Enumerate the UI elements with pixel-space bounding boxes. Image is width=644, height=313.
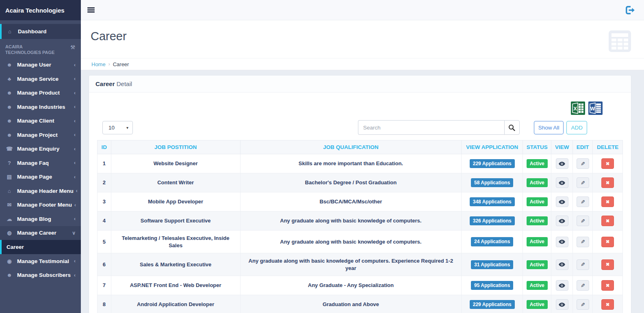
edit-button[interactable]: ✎ [577, 216, 589, 226]
view-button[interactable] [556, 196, 568, 207]
id-cell: 5 [98, 231, 111, 253]
view-button[interactable] [556, 280, 568, 291]
edit-button[interactable]: ✎ [577, 196, 589, 207]
status-badge[interactable]: Active [527, 237, 548, 246]
edit-button[interactable]: ✎ [577, 177, 589, 188]
applications-badge[interactable]: 348 Applications [470, 197, 515, 206]
delete-button[interactable]: ✖ [601, 259, 614, 270]
show-all-button[interactable]: Show All [534, 121, 564, 134]
sidebar-item-manage-product[interactable]: ☻Manage Product‹ [0, 86, 81, 100]
job-qualification-cell: Any graduate along with basic knowledge … [240, 212, 461, 231]
status-badge[interactable]: Active [527, 260, 548, 269]
job-qualification-cell: Graduation and Above [240, 295, 461, 313]
delete-button[interactable]: ✖ [601, 158, 614, 169]
view-button[interactable] [556, 177, 568, 188]
status-badge[interactable]: Active [527, 159, 548, 168]
sidebar-item-manage-industries[interactable]: ☻Manage Industries‹ [0, 100, 81, 114]
view-button[interactable] [556, 237, 568, 247]
eye-icon [559, 240, 565, 244]
column-header-view-application: VIEW APPLICATION [462, 140, 523, 154]
excel-export-icon[interactable]: X [571, 101, 585, 115]
edit-button[interactable]: ✎ [577, 280, 589, 291]
hamburger-menu-icon[interactable] [87, 6, 95, 14]
view-application-cell: 24 Applications [462, 231, 523, 253]
sidebar-item-career[interactable]: Career [0, 240, 81, 254]
applications-badge[interactable]: 31 Applications [471, 260, 513, 269]
edit-button[interactable]: ✎ [577, 259, 589, 270]
home-icon: ⌂ [6, 28, 14, 35]
search-button[interactable] [504, 120, 520, 135]
sidebar-item-manage-subscribers[interactable]: ☻Manage Subscribers‹ [0, 268, 81, 283]
search-input[interactable] [358, 120, 504, 135]
view-button[interactable] [556, 216, 568, 226]
view-button[interactable] [556, 259, 568, 270]
delete-x-icon: ✖ [606, 161, 609, 166]
edit-cell: ✎ [573, 253, 593, 276]
breadcrumb-home-link[interactable]: Home [91, 61, 106, 67]
view-application-cell: 58 Applications [462, 173, 523, 192]
sidebar-item-manage-user[interactable]: ☻Manage User‹ [0, 58, 81, 72]
status-cell: Active [523, 192, 551, 212]
delete-button[interactable]: ✖ [601, 237, 614, 247]
sidebar: Acaira Technologies ⌂ Dashboard ACAIRA T… [0, 0, 81, 313]
job-position-cell: Sales & Marketing Executive [111, 253, 240, 276]
sidebar-item-manage-footer-menu[interactable]: ✉Manage Footer Menu‹ [0, 198, 81, 212]
delete-cell: ✖ [593, 276, 623, 295]
chevron-left-icon: ‹ [74, 216, 76, 222]
caret-down-icon: ▾ [126, 125, 128, 130]
applications-badge[interactable]: 326 Applications [470, 216, 515, 225]
edit-button[interactable]: ✎ [577, 299, 589, 310]
page-size-select[interactable]: 10 ▾ [102, 121, 133, 134]
view-button[interactable] [556, 158, 568, 169]
sidebar-item-label: Manage Header Menu [17, 188, 74, 194]
delete-button[interactable]: ✖ [601, 280, 614, 291]
add-button[interactable]: ADD [566, 121, 587, 134]
sidebar-item-manage-testimonial[interactable]: ◉Manage Testimonial‹ [0, 254, 81, 268]
delete-button[interactable]: ✖ [601, 177, 614, 188]
sidebar-item-manage-client[interactable]: ☻Manage Client‹ [0, 114, 81, 128]
status-badge[interactable]: Active [527, 197, 548, 206]
sidebar-item-label: Manage Product [17, 90, 72, 96]
sidebar-item-label: Manage Service [17, 76, 72, 82]
status-badge[interactable]: Active [527, 216, 548, 225]
search-icon [508, 124, 515, 131]
delete-button[interactable]: ✖ [601, 299, 614, 310]
table-watermark-icon [608, 30, 631, 52]
logout-button[interactable] [624, 5, 635, 15]
users-icon: ☻ [5, 272, 13, 278]
eye-icon [559, 162, 565, 166]
sidebar-item-manage-project[interactable]: ☻Manage Project‹ [0, 128, 81, 142]
logout-icon [624, 5, 635, 15]
applications-badge[interactable]: 95 Applications [471, 281, 513, 290]
applications-badge[interactable]: 229 Applications [470, 159, 515, 168]
main-area: Career Home › Career Career Det [81, 0, 644, 313]
delete-button[interactable]: ✖ [601, 196, 614, 207]
id-cell: 1 [98, 154, 111, 173]
sidebar-item-manage-faq[interactable]: ?Manage Faq‹ [0, 156, 81, 170]
status-badge[interactable]: Active [527, 281, 548, 290]
sidebar-item-manage-blog[interactable]: ☁Manage Blog‹ [0, 212, 81, 226]
sidebar-item-manage-career[interactable]: ◍Manage Career∨ [0, 226, 81, 240]
chevron-down-icon: ∨ [72, 230, 76, 236]
sidebar-item-dashboard[interactable]: ⌂ Dashboard [0, 24, 81, 39]
panel-header: Career Detail [89, 76, 631, 93]
table-row: 2Content WriterBachelor's Degree / Post … [98, 173, 623, 192]
applications-badge[interactable]: 58 Applications [471, 178, 513, 187]
view-cell [551, 253, 573, 276]
sidebar-item-manage-service[interactable]: ♣Manage Service‹ [0, 72, 81, 86]
edit-button[interactable]: ✎ [577, 158, 589, 169]
view-button[interactable] [556, 299, 568, 310]
sidebar-item-manage-header-menu[interactable]: ⌂Manage Header Menu‹ [0, 184, 81, 198]
sidebar-item-manage-enquiry[interactable]: ☎Manage Enquiry‹ [0, 142, 81, 156]
applications-badge[interactable]: 24 Applications [471, 237, 513, 246]
sidebar-item-manage-page[interactable]: ▤Manage Page‹ [0, 170, 81, 184]
tools-icon: ⚒ [70, 44, 75, 51]
edit-button[interactable]: ✎ [577, 237, 589, 247]
delete-button[interactable]: ✖ [601, 216, 614, 226]
status-badge[interactable]: Active [527, 178, 548, 187]
edit-cell: ✎ [573, 212, 593, 231]
eye-icon [559, 219, 565, 223]
word-export-icon[interactable]: W [588, 101, 603, 115]
status-badge[interactable]: Active [527, 300, 548, 309]
applications-badge[interactable]: 229 Applications [470, 300, 515, 309]
